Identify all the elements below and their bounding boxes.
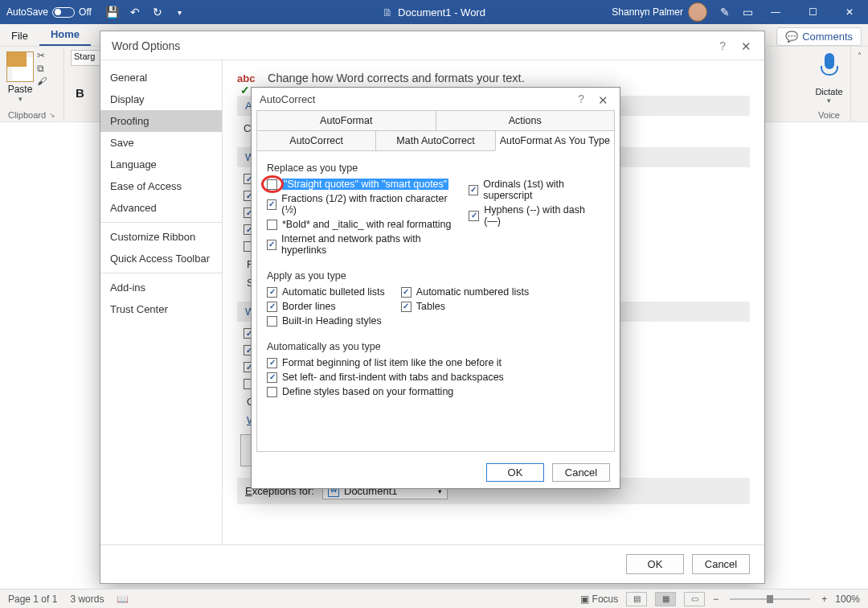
opt-define-styles[interactable]: Define styles based on your formatting [267,386,604,397]
dialog-footer: OK Cancel [100,544,764,583]
zoom-slider[interactable] [730,598,810,600]
save-icon[interactable]: 💾 [104,4,121,20]
spellcheck-icon[interactable]: 📖 [117,594,129,605]
format-painter-icon[interactable]: 🖌 [37,76,47,87]
opt-numbered-lists[interactable]: Automatic numbered lists [401,286,529,298]
checkbox-icon [267,316,277,327]
dialog-titlebar: AutoCorrect ? ✕ [252,88,620,110]
user-account[interactable]: Shannyn Palmer [612,2,707,22]
opt-hyphens[interactable]: Hyphens (--) with dash (—) [469,204,604,227]
tab-autoformat[interactable]: AutoFormat [256,110,436,130]
sidebar-item-advanced[interactable]: Advanced [100,197,222,219]
tab-file[interactable]: File [0,26,39,46]
checkbox-icon[interactable] [267,179,277,190]
checkbox-icon [267,372,277,383]
close-icon[interactable]: ✕ [593,92,613,109]
sidebar-item-save[interactable]: Save [100,132,222,154]
ok-button[interactable]: OK [486,463,544,482]
proofing-icon: abc [237,72,260,84]
zoom-level[interactable]: 100% [835,594,860,605]
autosave-toggle[interactable]: AutoSave Off [0,6,98,18]
checkbox-icon[interactable] [469,211,479,221]
autosave-state: Off [79,6,92,18]
checkbox-icon [401,287,411,298]
focus-mode-button[interactable]: ▣ Focus [580,594,618,605]
status-bar: Page 1 of 1 3 words 📖 ▣ Focus ▤ ▦ ▭ − + … [0,589,868,608]
opt-internet-paths[interactable]: Internet and network paths with hyperlin… [267,233,452,256]
opt-format-list-beginning[interactable]: Format beginning of list item like the o… [267,357,604,368]
zoom-out-button[interactable]: − [713,594,719,605]
sidebar-item-language[interactable]: Language [100,154,222,175]
minimize-button[interactable]: ― [757,0,794,24]
opt-straight-quotes[interactable]: "Straight quotes" with "smart quotes" [267,179,452,190]
opt-bulleted-lists[interactable]: Automatic bulleted lists [267,286,385,298]
sidebar-item-customize-ribbon[interactable]: Customize Ribbon [100,226,222,248]
checkbox-icon[interactable] [267,199,276,210]
quick-access-toolbar: 💾 ↶ ↻ ▾ [104,4,188,20]
dialog-footer: OK Cancel [252,457,620,488]
group-apply-as-you-type: Apply as you type [267,270,604,281]
redo-icon[interactable]: ↻ [149,4,166,20]
opt-set-indent[interactable]: Set left- and first-indent with tabs and… [267,372,604,383]
checkbox-icon [267,387,277,397]
opt-border-lines[interactable]: Border lines [267,301,385,312]
tab-actions[interactable]: Actions [436,110,616,130]
style-selector[interactable]: Starg [71,50,103,66]
group-replace-as-you-type: Replace as you type [267,162,604,174]
opt-fractions[interactable]: Fractions (1/2) with fraction character … [267,193,452,216]
window-controls: ― ☐ ✕ [757,0,868,24]
sidebar-item-display[interactable]: Display [100,88,222,110]
checkbox-icon[interactable] [267,240,276,250]
comments-button[interactable]: 💬 Comments [776,27,862,46]
drawing-icon[interactable]: ✎ [717,4,733,20]
paste-label: Paste [6,84,34,95]
undo-icon[interactable]: ↶ [127,4,143,20]
comment-icon: 💬 [785,31,798,43]
collapse-ribbon-icon[interactable]: ˄ [851,47,868,121]
maximize-button[interactable]: ☐ [794,0,831,24]
tab-home[interactable]: Home [39,24,91,46]
paste-icon[interactable] [6,51,34,82]
tab-autoformat-as-you-type[interactable]: AutoFormat As You Type [495,130,615,151]
avatar-icon [688,2,707,22]
qat-dropdown-icon[interactable]: ▾ [172,4,188,20]
options-sidebar: General Display Proofing Save Language E… [100,60,223,544]
cut-icon[interactable]: ✂ [37,50,47,61]
opt-bold-italic[interactable]: *Bold* and _italic_ with real formatting [267,219,452,230]
microphone-icon[interactable] [821,53,837,79]
ribbon-display-icon[interactable]: ▭ [739,4,755,20]
tab-math-autocorrect[interactable]: Math AutoCorrect [375,130,495,151]
ok-button[interactable]: OK [626,554,684,574]
help-button[interactable]: ? [578,92,584,105]
sidebar-item-addins[interactable]: Add-ins [100,277,222,298]
word-count[interactable]: 3 words [70,594,104,605]
opt-tables[interactable]: Tables [401,301,529,312]
cancel-button[interactable]: Cancel [692,554,750,574]
checkbox-icon[interactable] [469,185,478,195]
close-icon[interactable]: ✕ [736,38,756,55]
opt-heading-styles[interactable]: Built-in Heading styles [267,315,385,327]
page-indicator[interactable]: Page 1 of 1 [8,594,57,605]
checkbox-icon [401,302,411,312]
sidebar-item-proofing[interactable]: Proofing [100,110,222,132]
help-button[interactable]: ? [719,39,726,52]
zoom-in-button[interactable]: + [821,594,827,605]
title-bar: AutoSave Off 💾 ↶ ↻ ▾ 🗎Document1 - Word S… [0,0,868,24]
sidebar-item-ease-of-access[interactable]: Ease of Access [100,175,222,197]
view-web-icon[interactable]: ▭ [684,592,705,606]
view-print-icon[interactable]: ▦ [655,592,676,606]
sidebar-item-general[interactable]: General [100,67,222,88]
opt-ordinals[interactable]: Ordinals (1st) with superscript [469,179,604,201]
tab-autocorrect[interactable]: AutoCorrect [256,130,376,151]
view-read-icon[interactable]: ▤ [626,592,647,606]
dictate-label: Dictate [814,87,844,97]
copy-icon[interactable]: ⧉ [37,63,47,74]
sidebar-item-qat[interactable]: Quick Access Toolbar [100,248,222,269]
dialog-launcher-icon[interactable]: ↘ [49,111,55,119]
checkbox-icon[interactable] [267,220,277,230]
sidebar-item-trust-center[interactable]: Trust Center [100,298,222,320]
close-button[interactable]: ✕ [831,0,868,24]
tab-body: Replace as you type "Straight quotes" wi… [256,151,615,452]
cancel-button[interactable]: Cancel [552,463,610,482]
dialog-titlebar: Word Options ? ✕ [100,31,764,60]
